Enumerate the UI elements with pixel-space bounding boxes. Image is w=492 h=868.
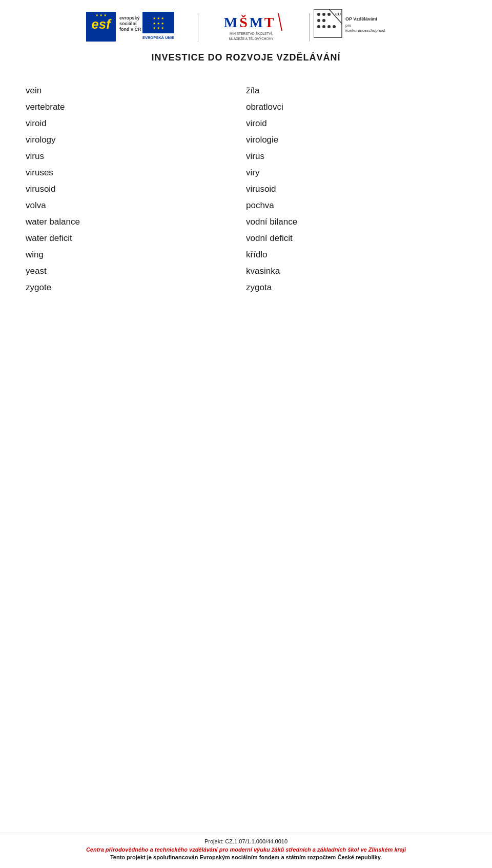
svg-point-26 [322,25,325,28]
investice-title: INVESTICE DO ROZVOJE VZDĚLÁVÁNÍ [151,52,340,63]
vocab-czech: křídlo [246,247,466,263]
vocab-row: yeastkvasinka [26,263,466,279]
vocab-row: virusoidvirusoid [26,181,466,197]
svg-point-20 [317,13,320,16]
vocab-english: water deficit [26,230,246,247]
vocab-row: wingkřídlo [26,247,466,263]
svg-text:OP Vzdělávání: OP Vzdělávání [345,16,377,22]
logos-container: esf ★ ★ ★ evropský sociální fond v ČR ★ … [15,9,477,45]
vocabulary-table: veinžílavertebrateobratlovciviroidviroid… [26,83,466,296]
vocab-czech: virologie [246,132,466,148]
svg-point-28 [333,25,336,28]
vocab-row: volvapochva [26,197,466,214]
vocab-row: virusesviry [26,165,466,181]
footer-tento-text: Tento projekt je spolufinancován Evropsk… [15,854,477,860]
svg-point-22 [327,13,331,16]
svg-text:Š: Š [239,14,248,30]
svg-text:M: M [224,14,237,30]
esf-logo: esf ★ ★ ★ evropský sociální fond v ČR ★ … [86,9,194,45]
vocab-row: water balancevodní bilance [26,214,466,230]
vocab-english: vein [26,83,246,99]
vocab-row: vertebrateobratlovci [26,99,466,115]
msmt-logo: M Š M T MINISTERSTVO ŠKOLSTVÍ, MLÁDEŽE A… [202,9,305,45]
vocab-czech: zygota [246,279,466,296]
vocab-czech: vodní bilance [246,214,466,230]
vocab-english: virus [26,148,246,165]
svg-text:EU: EU [335,12,341,16]
page-footer: Projekt: CZ.1.07/1.1.000/44.0010 Centra … [0,833,492,868]
vocab-english: virusoid [26,181,246,197]
vocab-english: vertebrate [26,99,246,115]
vocab-row: veinžíla [26,83,466,99]
svg-text:M: M [250,14,263,30]
svg-point-27 [327,25,331,28]
footer-centra-text: Centra přírodovědného a technického vzdě… [15,846,477,853]
vocab-row: viroidviroid [26,115,466,132]
svg-text:EVROPSKÁ UNIE: EVROPSKÁ UNIE [142,35,174,40]
svg-text:pro: pro [345,23,352,28]
vocab-english: virology [26,132,246,148]
vocab-row: zygotezygota [26,279,466,296]
vocab-english: viruses [26,165,246,181]
vocab-czech: vodní deficit [246,230,466,247]
svg-text:★ ★ ★: ★ ★ ★ [153,16,164,20]
svg-text:esf: esf [91,16,112,32]
svg-text:★ ★ ★: ★ ★ ★ [153,26,164,30]
svg-point-21 [322,13,325,16]
op-logo: EU OP Vzdělávání pro konkurenceschopnost [314,9,406,45]
vocab-czech: viroid [246,115,466,132]
vocab-english: viroid [26,115,246,132]
vocab-czech: obratlovci [246,99,466,115]
logo-separator-1 [198,13,198,42]
svg-point-25 [317,25,320,28]
vocab-czech: žíla [246,83,466,99]
svg-text:★ ★ ★: ★ ★ ★ [95,13,107,17]
svg-text:★ ★ ★: ★ ★ ★ [153,22,164,25]
vocabulary-content: veinžílavertebrateobratlovciviroidviroid… [0,72,492,347]
vocab-czech: viry [246,165,466,181]
svg-text:T: T [264,14,274,30]
svg-text:MINISTERSTVO ŠKOLSTVÍ,: MINISTERSTVO ŠKOLSTVÍ, [230,31,273,35]
svg-text:sociální: sociální [119,21,137,26]
vocab-row: virusvirus [26,148,466,165]
vocab-english: water balance [26,214,246,230]
svg-point-24 [322,19,325,22]
svg-text:MLÁDEŽE A TĚLOVÝCHOVY: MLÁDEŽE A TĚLOVÝCHOVY [229,36,274,41]
vocab-english: zygote [26,279,246,296]
footer-project-text: Projekt: CZ.1.07/1.1.000/44.0010 [15,838,477,844]
svg-text:fond v ČR: fond v ČR [119,26,141,32]
vocab-english: yeast [26,263,246,279]
vocab-english: wing [26,247,246,263]
vocab-czech: pochva [246,197,466,214]
page-header: esf ★ ★ ★ evropský sociální fond v ČR ★ … [0,0,492,72]
svg-text:evropský: evropský [119,15,140,21]
vocab-row: virologyvirologie [26,132,466,148]
svg-line-15 [278,13,282,31]
svg-point-23 [317,19,320,22]
vocab-czech: kvasinka [246,263,466,279]
vocab-czech: virusoid [246,181,466,197]
vocab-row: water deficitvodní deficit [26,230,466,247]
vocab-english: volva [26,197,246,214]
logo-separator-2 [309,13,310,42]
vocab-czech: virus [246,148,466,165]
svg-text:konkurenceschopnost: konkurenceschopnost [345,28,386,33]
